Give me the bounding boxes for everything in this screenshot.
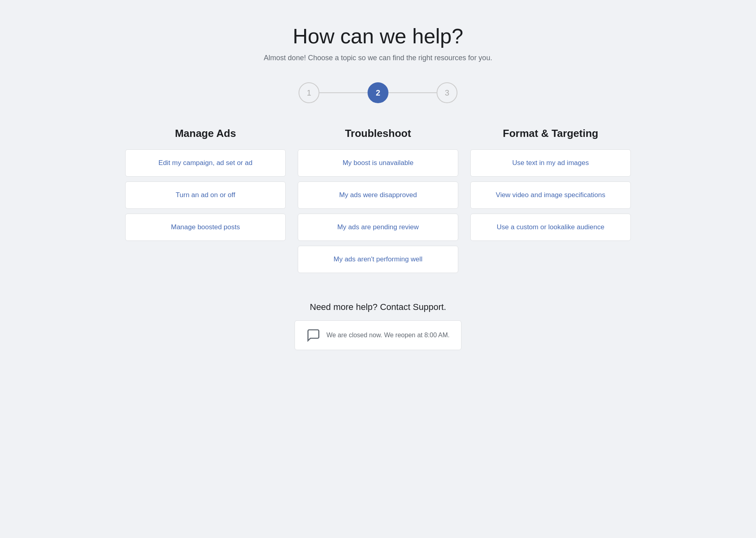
option-use-text-images[interactable]: Use text in my ad images bbox=[470, 149, 631, 177]
step-line-1 bbox=[319, 92, 368, 93]
option-edit-campaign[interactable]: Edit my campaign, ad set or ad bbox=[125, 149, 286, 177]
page-subtitle: Almost done! Choose a topic so we can fi… bbox=[264, 54, 492, 62]
topics-container: Manage Ads Edit my campaign, ad set or a… bbox=[117, 127, 639, 278]
option-ads-disapproved[interactable]: My ads were disapproved bbox=[298, 181, 458, 209]
manage-ads-header: Manage Ads bbox=[175, 127, 236, 140]
option-turn-ad-on-off[interactable]: Turn an ad on or off bbox=[125, 181, 286, 209]
contact-label: Need more help? Contact Support. bbox=[295, 302, 461, 312]
stepper: 1 2 3 bbox=[299, 82, 457, 103]
troubleshoot-column: Troubleshoot My boost is unavailable My … bbox=[298, 127, 458, 278]
chat-icon bbox=[306, 328, 321, 342]
step-3: 3 bbox=[437, 82, 457, 103]
troubleshoot-header: Troubleshoot bbox=[345, 127, 411, 140]
contact-section: Need more help? Contact Support. We are … bbox=[295, 302, 461, 350]
option-manage-boosted-posts[interactable]: Manage boosted posts bbox=[125, 214, 286, 241]
step-1: 1 bbox=[299, 82, 319, 103]
chat-status-text: We are closed now. We reopen at 8:00 AM. bbox=[326, 331, 449, 340]
chat-box: We are closed now. We reopen at 8:00 AM. bbox=[295, 320, 461, 350]
step-line-2 bbox=[388, 92, 437, 93]
option-custom-lookalike[interactable]: Use a custom or lookalike audience bbox=[470, 214, 631, 241]
page-title: How can we help? bbox=[293, 24, 463, 48]
option-video-image-specs[interactable]: View video and image specifications bbox=[470, 181, 631, 209]
format-targeting-header: Format & Targeting bbox=[503, 127, 598, 140]
step-2: 2 bbox=[368, 82, 388, 103]
option-ads-pending-review[interactable]: My ads are pending review bbox=[298, 214, 458, 241]
format-targeting-column: Format & Targeting Use text in my ad ima… bbox=[470, 127, 631, 278]
option-ads-not-performing[interactable]: My ads aren't performing well bbox=[298, 246, 458, 273]
option-boost-unavailable[interactable]: My boost is unavailable bbox=[298, 149, 458, 177]
manage-ads-column: Manage Ads Edit my campaign, ad set or a… bbox=[125, 127, 286, 278]
